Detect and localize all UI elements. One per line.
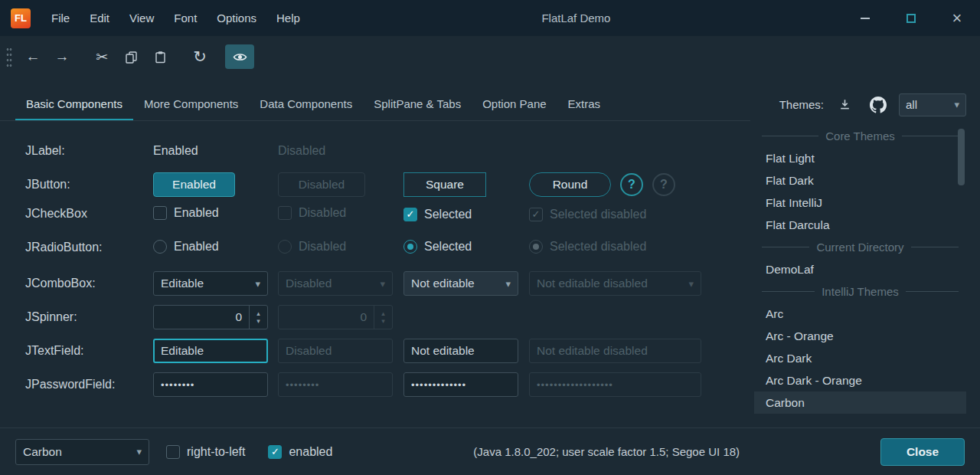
checkbox-selected-disabled: ✓Selected disabled: [529, 208, 646, 221]
combobox-value: Not editable: [411, 277, 475, 290]
themes-scrollbar[interactable]: [958, 129, 965, 185]
enabled-button[interactable]: Enabled: [153, 172, 235, 197]
chevron-down-icon: ▾: [505, 278, 511, 290]
show-hidden-toggle-button[interactable]: [225, 44, 254, 69]
download-icon: [838, 98, 851, 111]
titlebar: FL File Edit View Font Options Help Flat…: [0, 0, 980, 36]
checkbox-icon: [166, 445, 180, 459]
spinner-up-icon: ▴: [381, 310, 385, 317]
cut-button[interactable]: ✂: [87, 44, 116, 69]
tabbar: Basic Components More Components Data Co…: [0, 88, 980, 121]
spinner-down-icon: ▾: [256, 317, 260, 325]
tab-splitpane-tabs[interactable]: SplitPane & Tabs: [363, 88, 472, 121]
jbutton-row-label: JButton:: [25, 178, 153, 192]
refresh-button[interactable]: ↻: [185, 44, 214, 69]
combobox-not-editable[interactable]: Not editable▾: [403, 271, 518, 296]
tab-extras[interactable]: Extras: [557, 88, 612, 121]
forward-button[interactable]: →: [47, 44, 77, 69]
theme-list-item[interactable]: DemoLaf: [754, 258, 966, 280]
theme-list-item[interactable]: Arc: [754, 303, 966, 325]
textfield-editable[interactable]: [153, 339, 268, 363]
combobox-value: Disabled: [286, 277, 332, 290]
spinner-value: 0: [279, 306, 374, 329]
enabled-checkbox[interactable]: ✓ enabled: [268, 445, 332, 459]
theme-list-item-selected[interactable]: Carbon: [754, 391, 966, 414]
jlabel-disabled: Disabled: [278, 144, 325, 157]
radio-selected[interactable]: Selected: [403, 240, 472, 254]
theme-filter-combobox[interactable]: all ▾: [899, 93, 966, 116]
forward-arrow-icon: →: [55, 48, 70, 65]
radio-enabled[interactable]: Enabled: [153, 240, 219, 254]
tab-data-components[interactable]: Data Components: [249, 88, 363, 121]
square-button[interactable]: Square: [403, 172, 486, 197]
menu-view[interactable]: View: [119, 0, 164, 36]
spinner-buttons[interactable]: ▴▾: [249, 306, 267, 329]
jspinner-row-label: JSpinner:: [25, 310, 153, 324]
copy-button[interactable]: [116, 44, 145, 69]
combobox-editable[interactable]: Editable▾: [153, 271, 268, 296]
theme-list-item[interactable]: Arc Dark - Orange: [754, 369, 966, 391]
theme-list-item[interactable]: Flat IntelliJ: [754, 192, 966, 214]
combobox-value: Editable: [161, 277, 204, 290]
disabled-button: Disabled: [278, 172, 365, 197]
radio-selected-disabled: Selected disabled: [529, 240, 646, 254]
close-button[interactable]: Close: [880, 438, 965, 466]
back-button[interactable]: ←: [18, 44, 47, 69]
chevron-down-icon: ▾: [136, 446, 142, 457]
menu-help[interactable]: Help: [266, 0, 310, 36]
jlabel-row: JLabel: Enabled Disabled: [25, 134, 754, 168]
theme-filter-value: all: [906, 98, 917, 111]
chevron-down-icon: ▾: [954, 99, 959, 110]
menu-edit[interactable]: Edit: [80, 0, 119, 36]
theme-list-item[interactable]: Arc - Orange: [754, 325, 966, 347]
close-window-button[interactable]: ×: [934, 0, 980, 36]
toolbar: ← → ✂ ↻: [0, 36, 980, 77]
radio-label: Enabled: [174, 240, 219, 254]
textfield-not-editable[interactable]: [403, 339, 518, 363]
jspinner-row: JSpinner: 0 ▴▾ 0 ▴▾: [25, 303, 754, 336]
passwordfield-editable[interactable]: [153, 372, 268, 397]
window-title: FlatLaf Demo: [310, 11, 842, 25]
checkbox-checked-icon: ✓: [403, 208, 417, 221]
theme-list-item[interactable]: Arc Dark: [754, 347, 966, 369]
menu-options[interactable]: Options: [207, 0, 266, 36]
download-themes-button[interactable]: [831, 93, 858, 116]
radio-icon: [278, 240, 292, 254]
toolbar-grip-handle[interactable]: [6, 47, 12, 67]
menu-font[interactable]: Font: [164, 0, 207, 36]
tab-more-components[interactable]: More Components: [133, 88, 249, 121]
checkbox-label: Disabled: [299, 206, 346, 220]
round-button[interactable]: Round: [529, 172, 611, 197]
right-to-left-checkbox[interactable]: right-to-left: [166, 445, 245, 459]
maximize-button[interactable]: [888, 0, 934, 36]
jlabel-enabled: Enabled: [153, 144, 198, 157]
jlabel-row-label: JLabel:: [25, 144, 153, 158]
jcheckbox-row: JCheckBox Enabled Disabled ✓Selected ✓Se…: [25, 201, 754, 235]
chevron-down-icon: ▾: [380, 278, 385, 290]
radio-selected-icon: [529, 240, 543, 254]
copy-icon: [125, 51, 138, 64]
menu-file[interactable]: File: [41, 0, 80, 36]
theme-list-item[interactable]: Flat Darcula: [754, 214, 966, 236]
checkbox-enabled[interactable]: Enabled: [153, 206, 219, 220]
paste-button[interactable]: [145, 44, 175, 69]
passwordfield-not-editable[interactable]: [403, 372, 518, 397]
theme-list-item[interactable]: Flat Light: [754, 147, 966, 169]
help-button[interactable]: ?: [620, 173, 643, 196]
chevron-down-icon: ▾: [688, 278, 694, 290]
theme-selector-combobox[interactable]: Carbon ▾: [15, 439, 149, 465]
minimize-button[interactable]: [842, 0, 888, 36]
passwordfield-not-editable-disabled: [529, 372, 701, 397]
runtime-info-text: (Java 1.8.0_202; user scale factor 1.5; …: [332, 445, 880, 458]
spinner-enabled[interactable]: 0 ▴▾: [153, 305, 268, 329]
jradiobutton-row-label: JRadioButton:: [25, 241, 153, 254]
radio-selected-icon: [403, 240, 417, 254]
github-button[interactable]: [865, 93, 891, 116]
checkbox-selected[interactable]: ✓Selected: [403, 208, 472, 221]
help-button-disabled: ?: [652, 173, 675, 196]
tab-option-pane[interactable]: Option Pane: [472, 88, 557, 121]
tab-basic-components[interactable]: Basic Components: [15, 88, 133, 121]
theme-list-item[interactable]: Flat Dark: [754, 169, 966, 192]
jpasswordfield-row: JPasswordField:: [25, 370, 754, 404]
combobox-value: Not editable disabled: [537, 277, 648, 290]
